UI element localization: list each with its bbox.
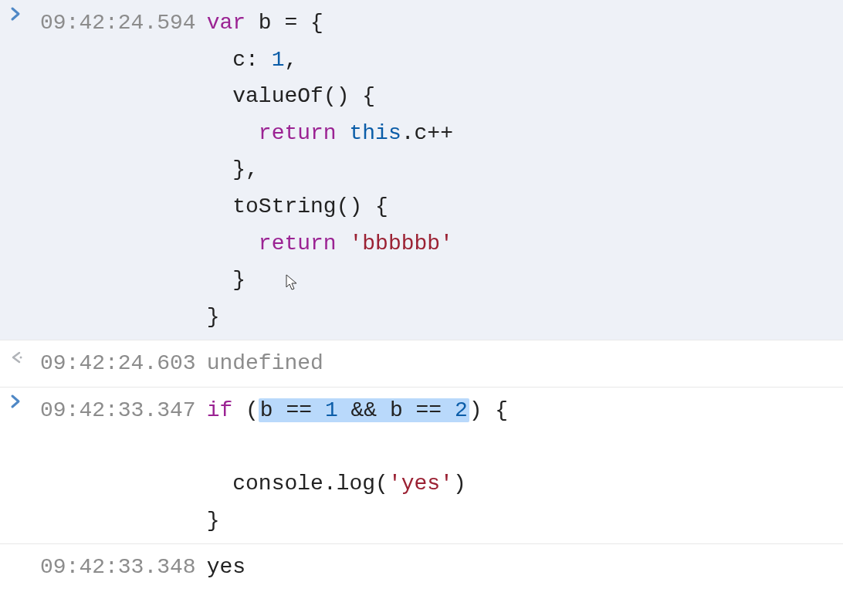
output-arrow-icon [9, 345, 40, 365]
svg-point-0 [20, 357, 22, 359]
console-return-value: undefined [207, 345, 837, 382]
console-log-row: 09:42:33.348 yes [0, 544, 843, 591]
console-input-row[interactable]: 09:42:24.594 var b = { c: 1, valueOf() {… [0, 0, 843, 340]
console-input-row[interactable]: 09:42:33.347 if (b == 1 && b == 2) { con… [0, 388, 843, 544]
console-code[interactable]: if (b == 1 && b == 2) { console.log('yes… [207, 392, 837, 539]
input-arrow-icon [9, 5, 40, 22]
timestamp: 09:42:33.347 [40, 392, 207, 429]
console-output-row: 09:42:24.603 undefined [0, 340, 843, 388]
timestamp: 09:42:24.603 [40, 345, 207, 382]
console-log-value: yes [207, 549, 837, 586]
timestamp: 09:42:33.348 [40, 549, 207, 586]
log-arrow-spacer [9, 549, 40, 550]
input-arrow-icon [9, 392, 40, 409]
console-code[interactable]: var b = { c: 1, valueOf() { return this.… [207, 5, 837, 335]
timestamp: 09:42:24.594 [40, 5, 207, 42]
